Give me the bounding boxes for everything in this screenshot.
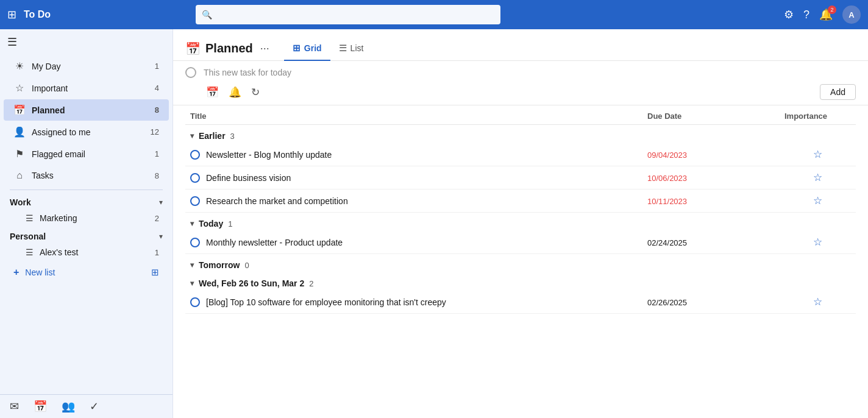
- sidebar-count-assigned: 12: [151, 127, 159, 136]
- content-title-wrap: 📅 Planned ···: [185, 41, 269, 56]
- list-icon-marketing: ☰: [26, 213, 34, 223]
- sidebar-bottom: ✉ 📅 👥 ✓: [0, 394, 173, 418]
- bell-icon[interactable]: 🔔 2: [819, 8, 833, 21]
- table-row[interactable]: [Blog] Top 10 software for employee moni…: [185, 291, 856, 314]
- group-count-tomorrow: 0: [244, 261, 249, 270]
- new-list-button[interactable]: + New list ⊞: [4, 262, 169, 283]
- task-repeat-icon[interactable]: ↻: [249, 85, 262, 100]
- topbar-right: ⚙ ? 🔔 2 A: [784, 5, 861, 24]
- content-title: Planned: [205, 41, 253, 55]
- task-actions-row: 📅 🔔 ↻ Add: [185, 82, 856, 105]
- sidebar-item-alexs-test[interactable]: ☰ Alex's test 1: [4, 243, 169, 261]
- star-icon: ☆: [13, 82, 26, 94]
- settings-icon[interactable]: ⚙: [784, 8, 794, 21]
- sidebar-top: ☰: [0, 29, 173, 52]
- task-reminder-icon[interactable]: 🔔: [226, 85, 244, 100]
- group-chevron-tomorrow[interactable]: ▾: [190, 261, 194, 269]
- task-calendar-icon[interactable]: 📅: [204, 85, 221, 100]
- sidebar-label-assigned: Assigned to me: [32, 127, 144, 137]
- group-row-earlier: ▾ Earlier 3: [185, 125, 856, 144]
- task-title-4: Monthly newsletter - Product update: [206, 238, 343, 247]
- new-list-label: New list: [25, 267, 55, 277]
- group-chevron-wed-mar[interactable]: ▾: [190, 279, 194, 288]
- sidebar-count-alexs-test: 1: [155, 248, 159, 257]
- task-due-2: 10/06/2023: [647, 174, 687, 183]
- task-star-2[interactable]: ☆: [784, 171, 851, 184]
- sidebar-item-tasks[interactable]: ⌂ Tasks 8: [4, 165, 169, 186]
- task-star-4[interactable]: ☆: [784, 236, 851, 249]
- sidebar-item-assigned[interactable]: 👤 Assigned to me 12: [4, 121, 169, 143]
- task-circle-2[interactable]: [190, 173, 200, 183]
- sidebar-section-work[interactable]: Work ▾: [0, 194, 173, 208]
- task-title-1: Newsletter - Blog Monthly update: [206, 150, 332, 160]
- avatar[interactable]: A: [842, 5, 861, 24]
- group-count-wed-mar: 2: [309, 279, 313, 288]
- list-tab-icon: ☰: [339, 43, 347, 54]
- help-icon[interactable]: ?: [803, 9, 809, 21]
- table-row[interactable]: Newsletter - Blog Monthly update 09/04/2…: [185, 143, 856, 166]
- task-input-placeholder[interactable]: This new task for today: [204, 68, 856, 77]
- mail-icon[interactable]: ✉: [10, 400, 19, 413]
- sidebar-item-important[interactable]: ☆ Important 4: [4, 77, 169, 99]
- col-importance: Importance: [780, 105, 856, 125]
- task-table: Title Due Date Importance ▾ Earlier 3 Ne…: [185, 105, 856, 314]
- table-header-row: Title Due Date Importance: [185, 105, 856, 125]
- sidebar-item-my-day[interactable]: ☀ My Day 1: [4, 55, 169, 77]
- sidebar-count-planned: 8: [155, 105, 159, 115]
- tab-grid-label: Grid: [304, 43, 322, 53]
- group-count-earlier: 3: [230, 132, 235, 141]
- hamburger-icon[interactable]: ☰: [7, 36, 17, 48]
- task-input-area: This new task for today 📅 🔔 ↻ Add: [173, 61, 868, 105]
- work-chevron-icon: ▾: [159, 198, 163, 207]
- group-row-wed-mar: ▾ Wed, Feb 26 to Sun, Mar 2 2: [185, 272, 856, 291]
- sidebar-count-important: 4: [155, 83, 159, 93]
- group-chevron-today[interactable]: ▾: [190, 219, 194, 228]
- task-circle-4[interactable]: [190, 238, 200, 247]
- tab-list[interactable]: ☰ List: [330, 37, 372, 61]
- table-row[interactable]: Monthly newsletter - Product update 02/2…: [185, 231, 856, 254]
- sidebar-section-personal[interactable]: Personal ▾: [0, 228, 173, 243]
- sidebar-count-tasks: 8: [155, 171, 159, 180]
- sidebar-item-flagged[interactable]: ⚑ Flagged email 1: [4, 143, 169, 165]
- search-icon: 🔍: [202, 10, 212, 19]
- add-task-button[interactable]: Add: [820, 84, 856, 100]
- group-row-today: ▾ Today 1: [185, 213, 856, 232]
- task-due-4: 02/24/2025: [647, 238, 687, 247]
- task-title-2: Define business vision: [206, 173, 291, 183]
- sidebar-item-planned[interactable]: 📅 Planned 8: [4, 99, 169, 121]
- new-task-circle[interactable]: [185, 67, 196, 78]
- personal-chevron-icon: ▾: [159, 232, 163, 241]
- more-options-button[interactable]: ···: [260, 42, 269, 55]
- app-title: To Do: [24, 9, 51, 20]
- task-star-1[interactable]: ☆: [784, 148, 851, 161]
- new-list-icon: ⊞: [151, 267, 159, 278]
- tab-grid[interactable]: ⊞ Grid: [284, 37, 330, 61]
- task-star-3[interactable]: ☆: [784, 194, 851, 207]
- group-chevron-earlier[interactable]: ▾: [190, 132, 194, 140]
- search-input[interactable]: [196, 5, 500, 24]
- sidebar-item-marketing[interactable]: ☰ Marketing 2: [4, 209, 169, 227]
- grid-icon[interactable]: ⊞: [7, 8, 16, 21]
- col-title: Title: [185, 105, 642, 125]
- task-due-1: 09/04/2023: [647, 151, 687, 160]
- group-label-tomorrow: Tomorrow: [199, 260, 240, 270]
- group-label-earlier: Earlier: [199, 131, 226, 141]
- checkmark-icon[interactable]: ✓: [90, 400, 99, 413]
- table-row[interactable]: Research the market and competition 10/1…: [185, 190, 856, 213]
- sidebar-count-flagged: 1: [155, 149, 159, 158]
- tasks-icon: ⌂: [13, 170, 26, 181]
- sidebar-label-flagged: Flagged email: [32, 149, 149, 159]
- task-due-5: 02/26/2025: [647, 298, 687, 307]
- task-circle-3[interactable]: [190, 196, 200, 206]
- list-icon-alexs-test: ☰: [26, 247, 34, 257]
- table-row[interactable]: Define business vision 10/06/2023 ☆: [185, 166, 856, 190]
- task-circle-1[interactable]: [190, 150, 200, 160]
- task-star-5[interactable]: ☆: [784, 296, 851, 308]
- calendar-bottom-icon[interactable]: 📅: [34, 400, 47, 413]
- people-icon[interactable]: 👥: [62, 400, 75, 413]
- task-circle-5[interactable]: [190, 297, 200, 307]
- task-title-3: Research the market and competition: [206, 196, 348, 206]
- content-area: 📅 Planned ··· ⊞ Grid ☰ List This new tas…: [173, 29, 868, 418]
- sidebar-label-tasks: Tasks: [32, 171, 149, 180]
- task-due-3: 10/11/2023: [647, 197, 687, 206]
